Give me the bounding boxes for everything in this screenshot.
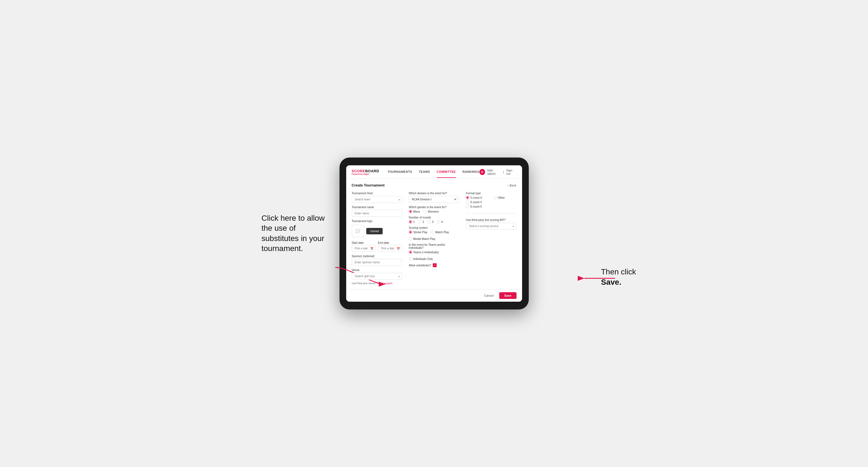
event-teams-option[interactable]: Teams (+Individuals) — [409, 250, 439, 254]
nav-user-area: B blair admin | Sign out — [479, 169, 517, 175]
svg-point-3 — [357, 230, 357, 230]
rounds-1-radio[interactable] — [409, 220, 412, 223]
rounds-3-radio[interactable] — [428, 220, 431, 223]
scoring-medal-radio[interactable] — [409, 237, 412, 241]
nav-teams[interactable]: TEAMS — [419, 166, 430, 178]
calendar-icon-end: 📅 — [397, 247, 400, 250]
start-date-wrapper: 📅 — [352, 245, 376, 252]
event-for-label: Is this event for Teams and/or Individua… — [409, 243, 459, 249]
rounds-4-label: 4 — [441, 220, 443, 223]
scoring-match-label: Match Play — [435, 231, 449, 234]
sign-out-link[interactable]: Sign out — [506, 169, 517, 175]
gender-womens-label: Womens — [428, 210, 439, 213]
scoring-match-option[interactable]: Match Play — [431, 230, 449, 234]
gender-womens-radio[interactable] — [423, 210, 427, 213]
gender-womens-option[interactable]: Womens — [423, 210, 439, 213]
format-other-radio[interactable] — [493, 196, 497, 199]
page-title: Create Tournament — [352, 183, 384, 187]
event-teams-radio[interactable] — [409, 250, 412, 254]
rounds-2-label: 2 — [423, 220, 424, 223]
dates-group: Start date 📅 End date — [352, 240, 402, 252]
event-teams-label: Teams (+Individuals) — [413, 251, 439, 254]
scoring-stroke-option[interactable]: Stroke Play — [409, 230, 428, 234]
rounds-4-option[interactable]: 4 — [437, 220, 443, 223]
tournament-logo-label: Tournament logo — [352, 220, 402, 223]
scoring-api-input[interactable] — [466, 223, 516, 229]
form-column-2: Which division is the event for? NCAA Di… — [409, 192, 459, 285]
format-6count5-radio[interactable] — [466, 205, 469, 208]
nav-committee[interactable]: COMMITTEE — [437, 166, 456, 178]
scoring-stroke-label: Stroke Play — [413, 231, 428, 234]
rounds-2-option[interactable]: 2 — [418, 220, 424, 223]
format-6count4-radio[interactable] — [466, 200, 469, 204]
page-footer: Cancel Save — [346, 289, 522, 302]
format-options: 5 count 4 Other 6 count 4 — [466, 196, 516, 208]
format-other-label: Other — [498, 196, 505, 199]
gender-mens-option[interactable]: Mens — [409, 210, 420, 213]
gender-mens-radio[interactable] — [409, 210, 412, 213]
division-label: Which division is the event for? — [409, 192, 459, 195]
tournament-host-label: Tournament Host — [352, 192, 402, 195]
event-individuals-label: Individuals Only — [413, 257, 433, 260]
rounds-2-radio[interactable] — [418, 220, 421, 223]
scoring-stroke-radio[interactable] — [409, 230, 412, 234]
scoring-match-radio[interactable] — [431, 230, 434, 234]
tournament-host-group: Tournament Host ▾ — [352, 192, 402, 203]
format-6count5-option[interactable]: 6 count 5 — [466, 205, 489, 208]
tournament-logo-group: Tournament logo Upload — [352, 220, 402, 237]
event-for-group: Is this event for Teams and/or Individua… — [409, 243, 459, 260]
page-header: Create Tournament Back — [352, 183, 517, 187]
venue-dropdown-icon: ▾ — [399, 275, 400, 278]
sponsor-label: Sponsor (optional) — [352, 255, 402, 258]
nav-rankings[interactable]: RANKINGS — [463, 166, 479, 178]
rounds-group: Number of rounds 1 2 — [409, 216, 459, 223]
tournament-host-input[interactable] — [352, 196, 402, 203]
format-type-group: Format type 5 count 4 Other — [466, 192, 516, 208]
scoring-radio-group: Stroke Play Match Play Medal Match Play — [409, 230, 459, 241]
format-type-label: Format type — [466, 192, 516, 195]
division-select[interactable]: NCAA Division I — [409, 196, 459, 203]
format-5count4-radio[interactable] — [466, 196, 469, 199]
allow-substitutes-label: Allow substitutes? — [409, 264, 431, 267]
format-6count4-label: 6 count 4 — [470, 201, 482, 204]
format-6count5-label: 6 count 5 — [470, 205, 482, 208]
format-5count4-label: 5 count 4 — [470, 196, 482, 199]
format-5count4-option[interactable]: 5 count 4 — [466, 196, 489, 199]
rounds-3-label: 3 — [432, 220, 434, 223]
format-other-option[interactable]: Other — [493, 196, 517, 199]
rounds-3-option[interactable]: 3 — [428, 220, 434, 223]
allow-substitutes-group: Allow substitutes? ✓ — [409, 263, 459, 267]
nav-separator: | — [503, 170, 504, 174]
tournament-name-group: Tournament name — [352, 206, 402, 217]
back-button[interactable]: Back — [507, 184, 516, 187]
avatar: B — [479, 169, 485, 175]
logo-placeholder-icon — [352, 225, 364, 237]
save-button[interactable]: Save — [499, 292, 517, 299]
end-date-group: End date 📅 — [378, 240, 402, 252]
venue-input[interactable] — [352, 273, 402, 280]
rounds-1-option[interactable]: 1 — [409, 220, 415, 223]
page-content: Create Tournament Back Tournament Host ▾ — [346, 179, 522, 289]
event-individuals-option[interactable]: Individuals Only — [409, 257, 433, 260]
tournament-name-label: Tournament name — [352, 206, 402, 209]
gender-radio-group: Mens Womens — [409, 210, 459, 213]
rounds-label: Number of rounds — [409, 216, 459, 219]
rounds-4-radio[interactable] — [437, 220, 440, 223]
nav-bar: SCORESCOREBOARDBOARD Powered by clippd T… — [346, 165, 522, 179]
section-divider — [466, 213, 516, 214]
gender-mens-label: Mens — [413, 210, 420, 213]
powered-by-text: Powered by clippd — [352, 173, 379, 175]
upload-button[interactable]: Upload — [366, 228, 383, 234]
scoring-medal-option[interactable]: Medal Match Play — [409, 237, 435, 241]
tournament-name-input[interactable] — [352, 210, 402, 217]
nav-tournaments[interactable]: TOURNAMENTS — [388, 166, 412, 178]
rounds-1-label: 1 — [413, 220, 415, 223]
allow-substitutes-checkbox[interactable]: ✓ — [433, 263, 437, 267]
start-date-group: Start date 📅 — [352, 240, 376, 252]
event-individuals-radio[interactable] — [409, 257, 412, 260]
start-date-label: Start date — [352, 241, 364, 244]
format-6count4-option[interactable]: 6 count 4 — [466, 200, 489, 204]
division-group: Which division is the event for? NCAA Di… — [409, 192, 459, 203]
cancel-button[interactable]: Cancel — [481, 292, 497, 299]
dropdown-icon: ▾ — [399, 198, 400, 201]
